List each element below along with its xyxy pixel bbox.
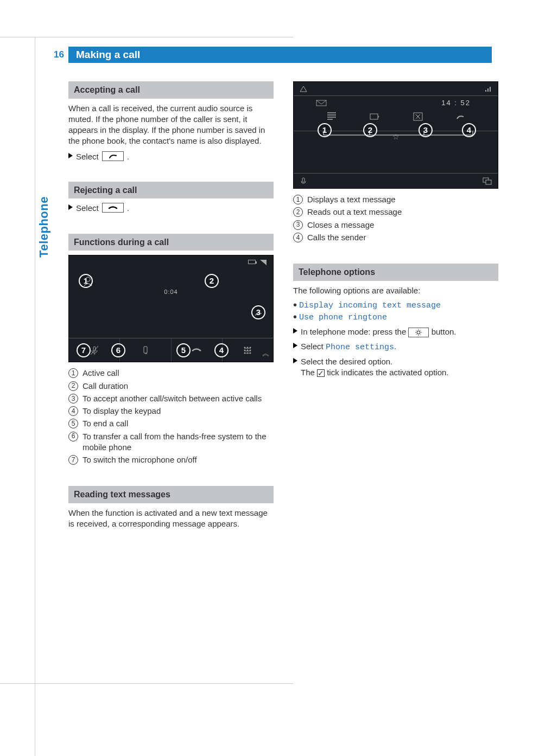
step1-text-b: button. xyxy=(432,327,456,336)
step-bullet-icon xyxy=(293,358,297,363)
figure-during-call: 0:04 xyxy=(68,255,274,362)
close-message-icon xyxy=(412,111,424,122)
heading-options: Telephone options xyxy=(293,264,498,281)
mlegend-text-3: Closes a message xyxy=(307,220,374,230)
page-number: 16 xyxy=(47,47,68,63)
svg-rect-17 xyxy=(370,114,378,119)
svg-rect-21 xyxy=(486,180,491,184)
step-bullet-icon xyxy=(68,153,73,158)
signal-top-icon xyxy=(485,86,492,92)
legend-num-7: 7 xyxy=(68,455,78,465)
svg-rect-14 xyxy=(487,88,489,92)
step3b-text-b: tick indicates the activated option. xyxy=(327,368,448,377)
functions-legend: 1Active call 2Call duration 3To accept a… xyxy=(68,368,274,465)
heading-rejecting: Rejecting a call xyxy=(68,182,274,199)
read-out-icon xyxy=(369,111,382,122)
step2-text-a: Select xyxy=(301,342,324,351)
chevron-icon: ︽ xyxy=(262,348,270,358)
mlegend-text-2: Reads out a text message xyxy=(307,207,402,217)
legend-text-6: To transfer a call from the hands-free s… xyxy=(83,431,274,453)
option-2: Use phone ringtone xyxy=(299,312,387,323)
crop-mark-h xyxy=(0,37,293,37)
options-step-1: In telephone mode: press the button. xyxy=(293,326,498,337)
options-list: •Display incoming text message •Use phon… xyxy=(293,300,498,324)
period: . xyxy=(127,151,129,162)
step2-text-b: Phone settings xyxy=(326,343,394,352)
hangup-icon xyxy=(102,203,124,213)
page-title: Making a call xyxy=(68,47,492,63)
legend-text-3: To accept another call/switch between ac… xyxy=(83,393,262,404)
message-status-icon xyxy=(315,98,327,108)
legend-num-2: 2 xyxy=(68,381,78,391)
crop-mark-v xyxy=(35,37,35,756)
call-sender-icon xyxy=(454,111,466,122)
accepting-body: When a call is received, the current aud… xyxy=(68,103,274,147)
accepting-step: Select . xyxy=(68,151,274,162)
figure-bottom-bar xyxy=(69,338,273,362)
options-step-3: Select the desired option. The tick indi… xyxy=(293,356,498,379)
message-legend: 1Displays a text message 2Reads out a te… xyxy=(293,194,498,243)
legend-text-5: To end a call xyxy=(83,418,128,429)
transfer-icon xyxy=(120,338,171,362)
display-message-icon xyxy=(325,111,338,122)
call-duration: 0:04 xyxy=(164,288,177,296)
right-column: 14 : 52 ☆ xyxy=(293,81,498,534)
tick-icon xyxy=(317,369,325,377)
step-bullet-icon xyxy=(293,343,297,348)
mlegend-num-2: 2 xyxy=(293,207,303,217)
options-step-2: Select Phone settings. xyxy=(293,341,498,353)
rejecting-step-text: Select xyxy=(76,203,99,214)
figure-text-message: 14 : 52 ☆ xyxy=(293,81,498,189)
legend-num-5: 5 xyxy=(68,419,78,428)
step1-text-a: In telephone mode: press the xyxy=(301,327,406,336)
legend-text-1: Active call xyxy=(83,368,119,379)
signal-icon xyxy=(260,260,267,265)
legend-text-2: Call duration xyxy=(83,381,128,392)
svg-rect-15 xyxy=(490,87,491,92)
svg-rect-19 xyxy=(302,178,305,182)
battery-icon xyxy=(248,260,256,264)
period: . xyxy=(127,203,129,214)
status-icons xyxy=(248,260,267,265)
side-tab: Telephone xyxy=(35,196,51,261)
legend-text-7: To switch the microphone on/off xyxy=(83,454,197,465)
figure-time: 14 : 52 xyxy=(441,98,471,108)
callout-connector xyxy=(315,131,478,138)
accepting-step-text: Select xyxy=(76,151,99,162)
mlegend-num-3: 3 xyxy=(293,220,303,230)
svg-point-27 xyxy=(417,331,420,334)
heading-functions: Functions during a call xyxy=(68,234,274,251)
page-header: 16 Making a call xyxy=(47,47,492,63)
mlegend-num-4: 4 xyxy=(293,233,303,242)
step-bullet-icon xyxy=(293,328,297,334)
mlegend-num-1: 1 xyxy=(293,195,303,204)
side-tab-label: Telephone xyxy=(35,196,51,258)
step-bullet-icon xyxy=(68,204,73,210)
left-column: Accepting a call When a call is received… xyxy=(68,81,274,534)
menu-icon: ☰ xyxy=(244,346,251,356)
mlegend-text-1: Displays a text message xyxy=(307,194,396,205)
step3b-text-a: The xyxy=(301,368,315,377)
legend-num-6: 6 xyxy=(68,432,78,441)
option-1: Display incoming text message xyxy=(299,300,441,311)
callout-2: 2 xyxy=(205,274,219,288)
svg-rect-13 xyxy=(485,90,486,92)
step3-text: Select the desired option. xyxy=(301,357,392,366)
gear-icon xyxy=(408,328,429,337)
nav-icon xyxy=(299,85,308,93)
legend-text-4: To display the keypad xyxy=(83,406,161,417)
bullet-icon: • xyxy=(293,312,297,321)
heading-accepting: Accepting a call xyxy=(68,81,274,99)
reading-body: When the function is activated and a new… xyxy=(68,508,274,530)
windows-icon xyxy=(483,177,492,185)
heading-reading: Reading text messages xyxy=(68,486,274,503)
rejecting-step: Select . xyxy=(68,203,274,214)
bullet-icon: • xyxy=(293,300,297,309)
legend-num-1: 1 xyxy=(68,368,78,378)
options-intro: The following options are available: xyxy=(293,285,498,296)
crop-mark-h2 xyxy=(0,683,293,684)
mic-bottom-icon xyxy=(299,177,308,185)
legend-num-4: 4 xyxy=(68,406,78,416)
period: . xyxy=(394,342,396,351)
mlegend-text-4: Calls the sender xyxy=(307,232,366,243)
